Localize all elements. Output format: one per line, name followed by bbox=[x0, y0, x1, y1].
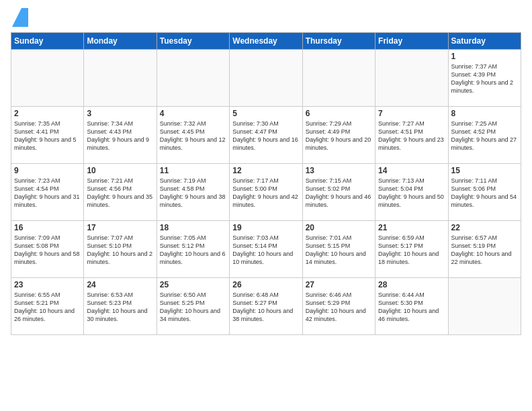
day-info: Sunrise: 6:59 AM Sunset: 5:17 PM Dayligh… bbox=[378, 234, 445, 267]
calendar-cell: 6Sunrise: 7:29 AM Sunset: 4:49 PM Daylig… bbox=[302, 107, 375, 164]
calendar-cell: 16Sunrise: 7:09 AM Sunset: 5:08 PM Dayli… bbox=[11, 221, 84, 278]
day-number: 6 bbox=[306, 109, 372, 118]
calendar-cell: 28Sunrise: 6:44 AM Sunset: 5:30 PM Dayli… bbox=[375, 278, 448, 335]
day-number: 16 bbox=[14, 223, 81, 232]
day-number: 21 bbox=[378, 223, 445, 232]
page: SundayMondayTuesdayWednesdayThursdayFrid… bbox=[0, 0, 532, 411]
calendar-cell: 14Sunrise: 7:13 AM Sunset: 5:04 PM Dayli… bbox=[375, 164, 448, 221]
calendar-cell: 8Sunrise: 7:25 AM Sunset: 4:52 PM Daylig… bbox=[448, 107, 521, 164]
day-number: 9 bbox=[14, 166, 81, 175]
day-number: 4 bbox=[160, 109, 226, 118]
day-info: Sunrise: 7:29 AM Sunset: 4:49 PM Dayligh… bbox=[306, 120, 372, 152]
calendar-cell: 3Sunrise: 7:34 AM Sunset: 4:43 PM Daylig… bbox=[84, 107, 157, 164]
day-info: Sunrise: 7:09 AM Sunset: 5:08 PM Dayligh… bbox=[14, 234, 81, 267]
day-info: Sunrise: 6:48 AM Sunset: 5:27 PM Dayligh… bbox=[232, 291, 299, 324]
calendar-cell: 5Sunrise: 7:30 AM Sunset: 4:47 PM Daylig… bbox=[230, 107, 302, 164]
day-number: 27 bbox=[306, 280, 372, 289]
calendar-cell: 13Sunrise: 7:15 AM Sunset: 5:02 PM Dayli… bbox=[302, 164, 375, 221]
column-header-thursday: Thursday bbox=[302, 33, 375, 50]
calendar-cell: 21Sunrise: 6:59 AM Sunset: 5:17 PM Dayli… bbox=[375, 221, 448, 278]
calendar-cell: 22Sunrise: 6:57 AM Sunset: 5:19 PM Dayli… bbox=[448, 221, 521, 278]
day-info: Sunrise: 7:25 AM Sunset: 4:52 PM Dayligh… bbox=[451, 120, 518, 152]
day-info: Sunrise: 6:57 AM Sunset: 5:19 PM Dayligh… bbox=[451, 234, 518, 267]
calendar-cell: 1Sunrise: 7:37 AM Sunset: 4:39 PM Daylig… bbox=[448, 50, 521, 107]
calendar-table: SundayMondayTuesdayWednesdayThursdayFrid… bbox=[11, 32, 521, 335]
calendar-cell: 17Sunrise: 7:07 AM Sunset: 5:10 PM Dayli… bbox=[84, 221, 157, 278]
column-header-saturday: Saturday bbox=[448, 33, 521, 50]
column-header-sunday: Sunday bbox=[11, 33, 84, 50]
calendar-cell: 4Sunrise: 7:32 AM Sunset: 4:45 PM Daylig… bbox=[157, 107, 229, 164]
day-number: 23 bbox=[14, 280, 81, 289]
week-row-3: 16Sunrise: 7:09 AM Sunset: 5:08 PM Dayli… bbox=[11, 221, 521, 278]
day-number: 15 bbox=[451, 166, 518, 175]
column-header-wednesday: Wednesday bbox=[230, 33, 302, 50]
header bbox=[11, 8, 521, 27]
day-number: 25 bbox=[160, 280, 226, 289]
week-row-4: 23Sunrise: 6:55 AM Sunset: 5:21 PM Dayli… bbox=[11, 278, 521, 335]
week-row-0: 1Sunrise: 7:37 AM Sunset: 4:39 PM Daylig… bbox=[11, 50, 521, 107]
column-header-tuesday: Tuesday bbox=[157, 33, 229, 50]
calendar-cell: 26Sunrise: 6:48 AM Sunset: 5:27 PM Dayli… bbox=[230, 278, 302, 335]
calendar-cell: 15Sunrise: 7:11 AM Sunset: 5:06 PM Dayli… bbox=[448, 164, 521, 221]
day-number: 8 bbox=[451, 109, 518, 118]
day-number: 14 bbox=[378, 166, 445, 175]
calendar-cell: 25Sunrise: 6:50 AM Sunset: 5:25 PM Dayli… bbox=[157, 278, 229, 335]
calendar-cell: 24Sunrise: 6:53 AM Sunset: 5:23 PM Dayli… bbox=[84, 278, 157, 335]
day-info: Sunrise: 7:37 AM Sunset: 4:39 PM Dayligh… bbox=[451, 62, 518, 95]
day-info: Sunrise: 7:03 AM Sunset: 5:14 PM Dayligh… bbox=[232, 234, 299, 267]
day-number: 13 bbox=[306, 166, 372, 175]
calendar-cell bbox=[11, 50, 84, 107]
column-header-monday: Monday bbox=[84, 33, 157, 50]
day-number: 5 bbox=[232, 109, 299, 118]
day-info: Sunrise: 7:30 AM Sunset: 4:47 PM Dayligh… bbox=[232, 120, 299, 152]
day-info: Sunrise: 7:01 AM Sunset: 5:15 PM Dayligh… bbox=[306, 234, 372, 267]
day-info: Sunrise: 7:05 AM Sunset: 5:12 PM Dayligh… bbox=[160, 234, 226, 267]
calendar-cell: 12Sunrise: 7:17 AM Sunset: 5:00 PM Dayli… bbox=[230, 164, 302, 221]
calendar-cell: 10Sunrise: 7:21 AM Sunset: 4:56 PM Dayli… bbox=[84, 164, 157, 221]
calendar-cell: 11Sunrise: 7:19 AM Sunset: 4:58 PM Dayli… bbox=[157, 164, 229, 221]
svg-marker-1 bbox=[12, 8, 28, 27]
day-number: 2 bbox=[14, 109, 81, 118]
calendar-cell: 2Sunrise: 7:35 AM Sunset: 4:41 PM Daylig… bbox=[11, 107, 84, 164]
calendar-cell: 18Sunrise: 7:05 AM Sunset: 5:12 PM Dayli… bbox=[157, 221, 229, 278]
day-number: 7 bbox=[378, 109, 445, 118]
day-number: 26 bbox=[232, 280, 299, 289]
day-info: Sunrise: 6:53 AM Sunset: 5:23 PM Dayligh… bbox=[87, 291, 153, 324]
header-row: SundayMondayTuesdayWednesdayThursdayFrid… bbox=[11, 33, 521, 50]
logo-icon bbox=[12, 8, 28, 27]
day-info: Sunrise: 6:50 AM Sunset: 5:25 PM Dayligh… bbox=[160, 291, 226, 324]
day-number: 19 bbox=[232, 223, 299, 232]
day-number: 3 bbox=[87, 109, 153, 118]
day-info: Sunrise: 7:34 AM Sunset: 4:43 PM Dayligh… bbox=[87, 120, 153, 152]
day-info: Sunrise: 7:13 AM Sunset: 5:04 PM Dayligh… bbox=[378, 177, 445, 210]
day-info: Sunrise: 6:44 AM Sunset: 5:30 PM Dayligh… bbox=[378, 291, 445, 324]
calendar-cell: 7Sunrise: 7:27 AM Sunset: 4:51 PM Daylig… bbox=[375, 107, 448, 164]
day-number: 12 bbox=[232, 166, 299, 175]
day-number: 1 bbox=[451, 52, 518, 61]
day-info: Sunrise: 7:11 AM Sunset: 5:06 PM Dayligh… bbox=[451, 177, 518, 210]
day-info: Sunrise: 7:21 AM Sunset: 4:56 PM Dayligh… bbox=[87, 177, 153, 210]
day-info: Sunrise: 7:35 AM Sunset: 4:41 PM Dayligh… bbox=[14, 120, 81, 152]
day-number: 22 bbox=[451, 223, 518, 232]
calendar-cell bbox=[230, 50, 302, 107]
day-number: 24 bbox=[87, 280, 153, 289]
day-number: 28 bbox=[378, 280, 445, 289]
day-number: 11 bbox=[160, 166, 226, 175]
calendar-cell bbox=[84, 50, 157, 107]
day-info: Sunrise: 7:19 AM Sunset: 4:58 PM Dayligh… bbox=[160, 177, 226, 210]
column-header-friday: Friday bbox=[375, 33, 448, 50]
calendar-cell bbox=[157, 50, 229, 107]
day-info: Sunrise: 7:17 AM Sunset: 5:00 PM Dayligh… bbox=[232, 177, 299, 210]
calendar-cell bbox=[302, 50, 375, 107]
day-info: Sunrise: 6:55 AM Sunset: 5:21 PM Dayligh… bbox=[14, 291, 81, 324]
calendar-cell bbox=[448, 278, 521, 335]
day-number: 10 bbox=[87, 166, 153, 175]
calendar-cell: 23Sunrise: 6:55 AM Sunset: 5:21 PM Dayli… bbox=[11, 278, 84, 335]
calendar-cell: 9Sunrise: 7:23 AM Sunset: 4:54 PM Daylig… bbox=[11, 164, 84, 221]
week-row-2: 9Sunrise: 7:23 AM Sunset: 4:54 PM Daylig… bbox=[11, 164, 521, 221]
calendar-cell: 19Sunrise: 7:03 AM Sunset: 5:14 PM Dayli… bbox=[230, 221, 302, 278]
day-info: Sunrise: 6:46 AM Sunset: 5:29 PM Dayligh… bbox=[306, 291, 372, 324]
day-number: 17 bbox=[87, 223, 153, 232]
day-number: 20 bbox=[306, 223, 372, 232]
day-info: Sunrise: 7:32 AM Sunset: 4:45 PM Dayligh… bbox=[160, 120, 226, 152]
